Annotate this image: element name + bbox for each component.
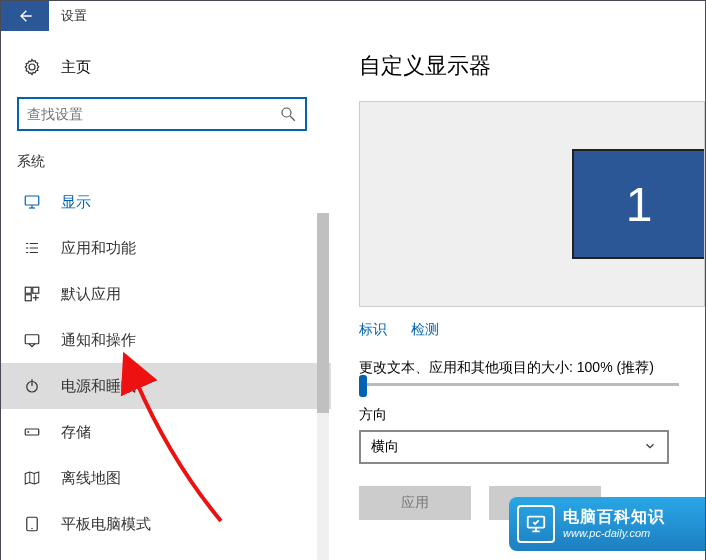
svg-point-0 [282, 108, 291, 117]
sidebar-item-display[interactable]: 显示 [1, 179, 331, 225]
titlebar: 设置 [1, 1, 705, 31]
svg-rect-7 [25, 295, 31, 301]
scale-label: 更改文本、应用和其他项目的大小: 100% (推荐) [331, 339, 705, 383]
sidebar-item-notifications[interactable]: 通知和操作 [1, 317, 331, 363]
display-preview[interactable]: 1 [359, 101, 705, 307]
display-links-row: 标识 检测 [331, 307, 705, 339]
svg-rect-5 [25, 287, 31, 293]
orientation-value: 横向 [371, 438, 399, 456]
watermark: 电脑百科知识 www.pc-daily.com [509, 497, 705, 551]
sidebar-item-label: 离线地图 [61, 469, 121, 488]
default-apps-icon [21, 285, 43, 303]
storage-icon [21, 423, 43, 441]
sidebar-home[interactable]: 主页 [1, 45, 331, 89]
sidebar-item-apps[interactable]: 应用和功能 [1, 225, 331, 271]
sidebar-item-label: 平板电脑模式 [61, 515, 151, 534]
search-input-wrap[interactable] [17, 97, 307, 131]
svg-point-14 [27, 431, 29, 433]
sidebar-item-label: 显示 [61, 193, 91, 212]
notifications-icon [21, 331, 43, 349]
arrow-left-icon [17, 8, 33, 24]
orientation-label: 方向 [331, 386, 705, 430]
svg-line-1 [290, 116, 295, 121]
window-title: 设置 [49, 7, 87, 25]
content-pane: 自定义显示器 1 标识 检测 更改文本、应用和其他项目的大小: 100% (推荐… [331, 31, 705, 560]
tablet-icon [21, 515, 43, 533]
search-icon [279, 105, 297, 123]
search-input[interactable] [27, 106, 279, 122]
sidebar-item-label: 通知和操作 [61, 331, 136, 350]
sidebar-item-power-sleep[interactable]: 电源和睡眠 [1, 363, 331, 409]
sidebar-home-label: 主页 [61, 58, 91, 77]
sidebar-section-label: 系统 [1, 131, 331, 179]
scale-slider[interactable] [359, 383, 679, 386]
map-icon [21, 469, 43, 487]
watermark-monitor-icon [517, 505, 555, 543]
nav-list: 显示 应用和功能 默认应用 [1, 179, 331, 560]
monitor-number: 1 [626, 177, 653, 232]
sidebar-item-label: 应用和功能 [61, 239, 136, 258]
watermark-url: www.pc-daily.com [563, 527, 665, 540]
sidebar-scrollbar[interactable] [317, 213, 329, 560]
apply-button[interactable]: 应用 [359, 486, 471, 520]
monitor-icon [21, 193, 43, 211]
svg-rect-6 [33, 287, 39, 293]
detect-link[interactable]: 检测 [411, 321, 439, 337]
power-icon [21, 377, 43, 395]
sidebar-item-offline-maps[interactable]: 离线地图 [1, 455, 331, 501]
apps-list-icon [21, 239, 43, 257]
page-title: 自定义显示器 [331, 51, 705, 81]
svg-rect-2 [25, 196, 39, 205]
sidebar-item-tablet-mode[interactable]: 平板电脑模式 [1, 501, 331, 547]
sidebar-scroll-thumb[interactable] [317, 213, 329, 413]
sidebar-item-storage[interactable]: 存储 [1, 409, 331, 455]
sidebar-item-label: 电源和睡眠 [61, 377, 136, 396]
slider-thumb[interactable] [359, 375, 367, 397]
sidebar-item-multitasking[interactable]: 多任务 [1, 547, 331, 560]
identify-link[interactable]: 标识 [359, 321, 387, 337]
monitor-tile-1[interactable]: 1 [572, 149, 705, 259]
gear-icon [21, 58, 43, 76]
svg-point-18 [31, 528, 33, 530]
sidebar-item-label: 默认应用 [61, 285, 121, 304]
watermark-title: 电脑百科知识 [563, 508, 665, 526]
sidebar: 主页 系统 显示 [1, 31, 331, 560]
chevron-down-icon [643, 439, 657, 456]
back-button[interactable] [1, 1, 49, 31]
svg-rect-13 [25, 429, 39, 435]
svg-rect-10 [25, 335, 39, 344]
sidebar-item-label: 存储 [61, 423, 91, 442]
orientation-select[interactable]: 横向 [359, 430, 669, 464]
sidebar-item-default-apps[interactable]: 默认应用 [1, 271, 331, 317]
